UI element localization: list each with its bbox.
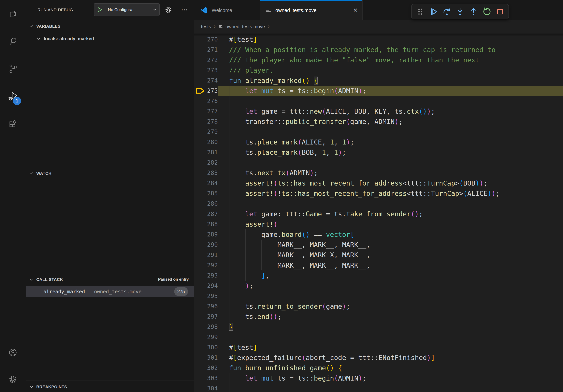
line-number[interactable]: 288 — [194, 219, 218, 229]
code-line[interactable]: 290 MARK__, MARK__, MARK__, — [194, 240, 563, 250]
line-number[interactable]: 299 — [194, 332, 218, 342]
line-number[interactable]: 289 — [194, 229, 218, 240]
line-number[interactable]: 297 — [194, 312, 218, 322]
watch-section-header[interactable]: WATCH — [26, 167, 194, 179]
line-number[interactable]: 296 — [194, 301, 218, 312]
line-number[interactable]: 291 — [194, 250, 218, 260]
call-stack-section-header[interactable]: CALL STACK Paused on entry — [26, 273, 194, 285]
code-line[interactable]: 280 ts.place_mark(ALICE, 1, 1); — [194, 137, 563, 147]
line-number[interactable]: 272 — [194, 55, 218, 65]
code-line[interactable]: 295 — [194, 291, 563, 301]
line-number[interactable]: 277 — [194, 106, 218, 117]
code-line[interactable]: 283 ts.next_tx(ADMIN); — [194, 168, 563, 178]
code-line[interactable]: 292 MARK__, MARK__, MARK__, — [194, 260, 563, 270]
line-number[interactable]: 304 — [194, 383, 218, 392]
code-line[interactable]: 284 assert!(ts::has_most_recent_for_addr… — [194, 178, 563, 188]
step-over-icon[interactable] — [442, 7, 451, 16]
line-number[interactable]: 292 — [194, 260, 218, 270]
extensions-button[interactable] — [8, 118, 18, 129]
code-line[interactable]: 270#[test] — [194, 34, 563, 45]
code-line[interactable]: 300#[test] — [194, 342, 563, 353]
code-line[interactable]: 288 assert!( — [194, 219, 563, 229]
line-number[interactable]: 290 — [194, 240, 218, 250]
line-number[interactable]: 293 — [194, 270, 218, 281]
code-line[interactable]: 291 MARK__, MARK_X, MARK__, — [194, 250, 563, 260]
line-number[interactable]: 283 — [194, 168, 218, 178]
debug-configuration-dropdown[interactable]: No Configura — [94, 3, 160, 16]
code-line[interactable]: 277 let game = ttt::new(ALICE, BOB, KEY,… — [194, 106, 563, 117]
debug-settings-button[interactable] — [164, 6, 173, 14]
code-line[interactable]: 272/// the player who made the "false" m… — [194, 55, 563, 65]
line-number[interactable]: 273 — [194, 65, 218, 75]
breadcrumb-item-file[interactable]: owned_tests.move — [226, 24, 265, 29]
line-number[interactable]: 300 — [194, 342, 218, 353]
explorer-button[interactable] — [8, 9, 18, 19]
code-line[interactable]: 301#[expected_failure(abort_code = ttt::… — [194, 353, 563, 363]
more-actions-button[interactable]: ⋯ — [179, 5, 189, 15]
toolbar-drag-handle[interactable] — [415, 7, 425, 16]
close-icon[interactable]: ✕ — [353, 7, 358, 13]
code-line[interactable]: 302fun burn_unfinished_game() { — [194, 363, 563, 373]
search-button[interactable] — [8, 36, 18, 46]
restart-icon[interactable] — [482, 7, 491, 16]
line-number[interactable]: 302 — [194, 363, 218, 373]
breadcrumb-item-folder[interactable]: tests — [201, 24, 211, 29]
breakpoints-section-header[interactable]: BREAKPOINTS — [26, 380, 194, 392]
variables-section-header[interactable]: VARIABLES — [26, 20, 194, 32]
code-editor[interactable]: 270#[test]271/// When a position is alre… — [194, 34, 563, 392]
line-number[interactable]: 270 — [194, 34, 218, 45]
line-number[interactable]: 271 — [194, 45, 218, 55]
line-number[interactable]: 279 — [194, 127, 218, 137]
line-number[interactable]: 280 — [194, 137, 218, 147]
line-number[interactable]: 286 — [194, 198, 218, 209]
line-number[interactable]: 276 — [194, 96, 218, 106]
code-line[interactable]: 274fun already_marked() { — [194, 75, 563, 86]
tab-owned-tests-move[interactable]: owned_tests.move ✕ — [260, 0, 363, 20]
line-number[interactable]: 281 — [194, 147, 218, 157]
code-line[interactable]: 293 ], — [194, 270, 563, 281]
code-line[interactable]: 281 ts.place_mark(BOB, 1, 1); — [194, 147, 563, 157]
code-line[interactable]: 278 transfer::public_transfer(game, ADMI… — [194, 117, 563, 127]
tab-welcome[interactable]: Welcome — [194, 0, 260, 20]
step-into-icon[interactable] — [455, 7, 465, 16]
code-line[interactable]: 282 — [194, 157, 563, 168]
line-number[interactable]: 301 — [194, 353, 218, 363]
line-number[interactable]: 287 — [194, 209, 218, 219]
line-number[interactable]: 274 — [194, 75, 218, 86]
code-line[interactable]: 285 assert!(!ts::has_most_recent_for_add… — [194, 188, 563, 198]
code-line[interactable]: 299 — [194, 332, 563, 342]
breadcrumb-item-symbol[interactable]: … — [272, 24, 277, 29]
stop-icon[interactable] — [495, 7, 505, 16]
account-button[interactable] — [8, 347, 18, 358]
code-line[interactable]: 296 ts.return_to_sender(game); — [194, 301, 563, 312]
variables-scope-row[interactable]: locals: already_marked — [26, 33, 194, 44]
run-and-debug-button[interactable]: 1 — [8, 91, 18, 101]
code-line[interactable]: 304 — [194, 383, 563, 392]
code-line[interactable]: 303 let mut ts = ts::begin(ADMIN); — [194, 373, 563, 383]
code-line[interactable]: 298} — [194, 322, 563, 332]
code-line[interactable]: 273/// player. — [194, 65, 563, 75]
code-line[interactable]: 276 — [194, 96, 563, 106]
code-line[interactable]: 286 — [194, 198, 563, 209]
manage-button[interactable] — [8, 374, 18, 384]
line-number[interactable]: 298 — [194, 322, 218, 332]
source-control-button[interactable] — [8, 63, 18, 73]
code-line[interactable]: 287 let game: ttt::Game = ts.take_from_s… — [194, 209, 563, 219]
code-line[interactable]: 289 game.board() == vector[ — [194, 229, 563, 240]
step-out-icon[interactable] — [469, 7, 478, 16]
code-line[interactable]: 294 ); — [194, 281, 563, 291]
code-line[interactable]: 297 ts.end(); — [194, 312, 563, 322]
line-number[interactable]: 285 — [194, 188, 218, 198]
start-debug-icon[interactable] — [96, 7, 102, 13]
line-number[interactable]: 284 — [194, 178, 218, 188]
call-stack-frame-row[interactable]: already_marked owned_tests.move 275 — [26, 286, 194, 297]
code-line[interactable]: 271/// When a position is already marked… — [194, 45, 563, 55]
line-number[interactable]: 278 — [194, 117, 218, 127]
continue-icon[interactable] — [429, 7, 438, 16]
code-line[interactable]: 275 let mut ts = ts::begin(ADMIN); — [194, 86, 563, 96]
line-number[interactable]: 303 — [194, 373, 218, 383]
line-number[interactable]: 282 — [194, 157, 218, 168]
line-number[interactable]: 294 — [194, 281, 218, 291]
line-number[interactable]: 295 — [194, 291, 218, 301]
code-line[interactable]: 279 — [194, 127, 563, 137]
